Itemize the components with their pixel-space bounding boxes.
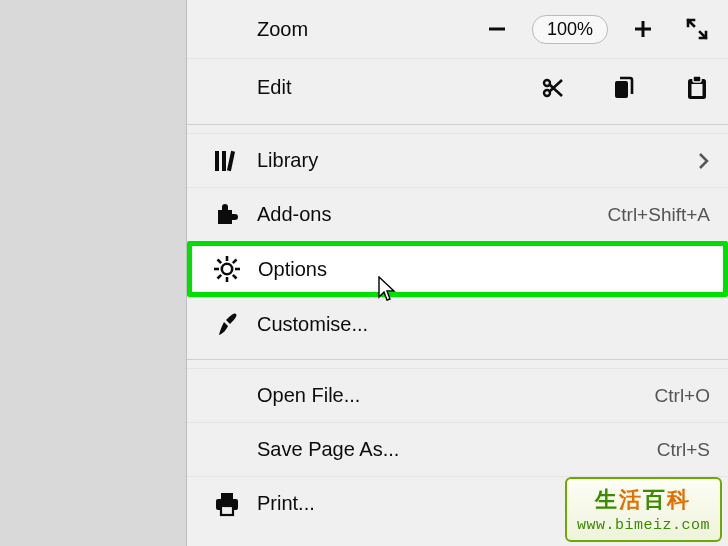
svg-rect-7 xyxy=(693,76,701,82)
save-page-label: Save Page As... xyxy=(257,438,399,461)
svg-rect-5 xyxy=(615,81,628,98)
fullscreen-button[interactable] xyxy=(684,16,710,42)
edit-controls xyxy=(540,75,710,101)
addons-label: Add-ons xyxy=(257,203,332,226)
minus-icon xyxy=(486,18,508,40)
paintbrush-icon xyxy=(209,311,245,339)
open-file-label: Open File... xyxy=(257,384,360,407)
menu-row-zoom: Zoom 100% xyxy=(187,0,728,58)
svg-line-18 xyxy=(233,275,237,279)
chevron-right-icon xyxy=(698,152,710,170)
svg-rect-2 xyxy=(642,21,645,37)
fullscreen-icon xyxy=(685,17,709,41)
svg-line-20 xyxy=(218,275,222,279)
plus-icon xyxy=(632,18,654,40)
svg-point-12 xyxy=(222,264,232,274)
print-label: Print... xyxy=(257,492,315,515)
menu-separator xyxy=(187,124,728,125)
copy-button[interactable] xyxy=(612,75,638,101)
clipboard-icon xyxy=(686,75,708,101)
menu-item-open-file[interactable]: Open File... Ctrl+O xyxy=(187,368,728,422)
addons-shortcut: Ctrl+Shift+A xyxy=(608,204,710,226)
library-icon xyxy=(209,149,245,173)
menu-item-save-page[interactable]: Save Page As... Ctrl+S xyxy=(187,422,728,476)
menu-item-options[interactable]: Options xyxy=(187,241,728,297)
zoom-out-button[interactable] xyxy=(484,16,510,42)
svg-line-17 xyxy=(218,260,222,264)
menu-row-edit: Edit xyxy=(187,58,728,116)
browser-app-menu: Zoom 100% Edit xyxy=(186,0,728,546)
zoom-in-button[interactable] xyxy=(630,16,656,42)
menu-separator xyxy=(187,359,728,360)
open-file-shortcut: Ctrl+O xyxy=(655,385,710,407)
menu-item-addons[interactable]: Add-ons Ctrl+Shift+A xyxy=(187,187,728,241)
customise-label: Customise... xyxy=(257,313,368,336)
watermark-url: www.bimeiz.com xyxy=(577,517,710,534)
svg-rect-10 xyxy=(222,151,226,171)
scissors-icon xyxy=(541,76,565,100)
zoom-label: Zoom xyxy=(257,18,308,41)
library-label: Library xyxy=(257,149,318,172)
watermark-title: 生活百科 xyxy=(595,485,691,515)
svg-rect-8 xyxy=(692,84,703,96)
options-label: Options xyxy=(258,258,327,281)
puzzle-icon xyxy=(209,202,245,228)
svg-rect-11 xyxy=(227,150,235,170)
svg-line-19 xyxy=(233,260,237,264)
cut-button[interactable] xyxy=(540,75,566,101)
svg-rect-0 xyxy=(489,28,505,31)
copy-icon xyxy=(614,76,636,100)
paste-button[interactable] xyxy=(684,75,710,101)
save-page-shortcut: Ctrl+S xyxy=(657,439,710,461)
zoom-value[interactable]: 100% xyxy=(532,15,608,44)
gear-icon xyxy=(209,255,245,283)
printer-icon xyxy=(209,491,245,517)
svg-rect-23 xyxy=(221,506,233,515)
menu-item-library[interactable]: Library xyxy=(187,133,728,187)
edit-label: Edit xyxy=(257,76,291,99)
menu-item-customise[interactable]: Customise... xyxy=(187,297,728,351)
svg-rect-9 xyxy=(215,151,219,171)
watermark-badge: 生活百科 www.bimeiz.com xyxy=(565,477,722,542)
zoom-controls: 100% xyxy=(484,15,710,44)
svg-rect-22 xyxy=(221,493,233,500)
